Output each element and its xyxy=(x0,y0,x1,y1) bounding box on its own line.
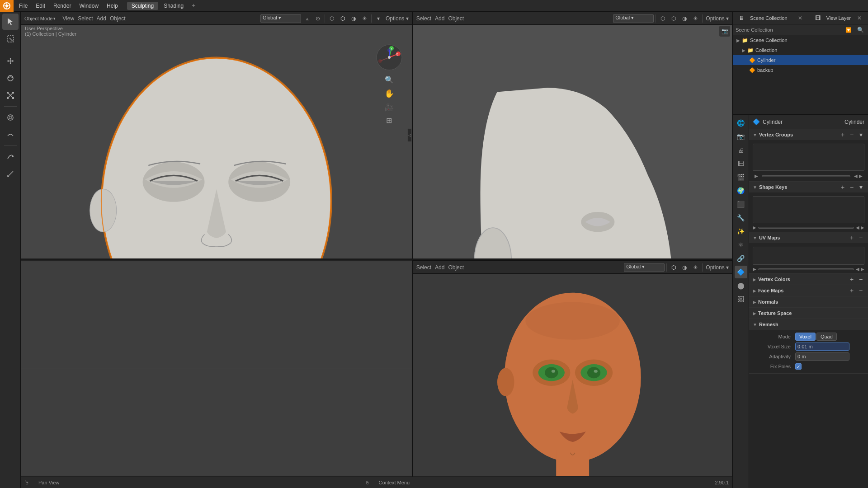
menu-render[interactable]: Render xyxy=(50,2,75,10)
prop-scene-icon[interactable]: 🌐 xyxy=(735,117,747,129)
looksdev-mode[interactable]: ◑ xyxy=(349,14,359,23)
zoom-icon[interactable]: 🔍 xyxy=(383,75,396,84)
snap-icon[interactable]: ⟁ xyxy=(302,14,312,23)
prop-constraints-icon[interactable]: 🔗 xyxy=(735,252,747,265)
vertex-colors-header[interactable]: ▶ Vertex Colors + − xyxy=(749,274,868,285)
prop-texture-icon[interactable]: 🖼 xyxy=(735,293,747,305)
side-options[interactable]: Options ▾ xyxy=(704,14,730,23)
remesh-header[interactable]: ▼ Remesh xyxy=(749,319,868,330)
menu-edit[interactable]: Edit xyxy=(32,2,49,10)
move-tool[interactable] xyxy=(2,53,19,69)
prop-object-icon[interactable]: ⬛ xyxy=(735,198,747,211)
side-render[interactable]: ☀ xyxy=(690,14,700,23)
side-transform-orientation[interactable]: Global ▾ xyxy=(613,14,654,23)
viewport-bottom-right[interactable]: Select Add Object Global ▾ ⬡ ◑ ☀ Options… xyxy=(412,260,732,477)
prop-world-icon[interactable]: 🌍 xyxy=(735,184,747,197)
view-menu[interactable]: View xyxy=(61,14,75,23)
vertex-groups-remove[interactable]: − xyxy=(848,131,855,138)
rotate-tool[interactable] xyxy=(2,70,19,86)
prop-render-icon[interactable]: 📷 xyxy=(735,130,747,143)
vp-side-object[interactable]: Object xyxy=(447,14,465,23)
vp-side-add[interactable]: Add xyxy=(434,14,446,23)
render-mode[interactable]: ☀ xyxy=(359,14,369,23)
cursor-tool[interactable] xyxy=(2,14,19,30)
select-menu[interactable]: Select xyxy=(76,14,94,23)
viewport-camera-toggle[interactable]: 📷 xyxy=(719,26,730,37)
options-menu[interactable]: Options ▾ xyxy=(384,14,410,23)
pan-icon[interactable]: ✋ xyxy=(383,89,396,99)
transform-orientation[interactable]: Global ▾ xyxy=(260,14,301,23)
face-maps-header[interactable]: ▶ Face Maps + − xyxy=(749,285,868,296)
outliner-backup[interactable]: 🔶 backup xyxy=(733,65,868,75)
prop-modifier-icon[interactable]: 🔧 xyxy=(735,211,747,224)
prop-physics-icon[interactable]: ⚛ xyxy=(735,239,747,251)
add-workspace-tab[interactable]: + xyxy=(189,2,198,10)
br-render[interactable]: ☀ xyxy=(690,263,700,272)
vg-scrollbar[interactable] xyxy=(762,175,850,177)
prop-object-data-icon[interactable]: 🔷 xyxy=(735,266,747,278)
shape-keys-header[interactable]: ▼ Shape Keys + − ▾ xyxy=(749,182,868,192)
menu-file[interactable]: File xyxy=(15,2,31,10)
vertex-groups-header[interactable]: ▼ Vertex Groups + − ▾ xyxy=(749,129,868,140)
br-select[interactable]: Select xyxy=(415,263,433,272)
axis-gizmo[interactable]: X Y xyxy=(376,44,403,71)
vertex-groups-add[interactable]: + xyxy=(839,131,846,138)
face-maps-add[interactable]: + xyxy=(848,287,855,294)
prop-particles-icon[interactable]: ✨ xyxy=(735,225,747,238)
br-add[interactable]: Add xyxy=(434,263,446,272)
br-transform-orientation[interactable]: Global ▾ xyxy=(624,263,665,272)
quad-mode-btn[interactable]: Quad xyxy=(816,333,837,341)
viewport-main[interactable]: Object Mode ▾ View Select Add Object Glo… xyxy=(21,12,412,259)
uv-maps-header[interactable]: ▼ UV Maps + − xyxy=(749,232,868,243)
uv-scrollbar[interactable] xyxy=(758,268,854,270)
close-right-panel[interactable]: ✕ xyxy=(795,13,805,23)
proportional-edit-icon[interactable]: ⊙ xyxy=(313,14,323,23)
voxel-size-input[interactable] xyxy=(795,343,849,351)
prop-material-icon[interactable]: ⬤ xyxy=(735,279,747,292)
vertex-colors-remove[interactable]: − xyxy=(857,276,864,283)
shading-options[interactable]: ▾ xyxy=(373,14,383,23)
select-tool[interactable] xyxy=(2,31,19,47)
brush-tool[interactable] xyxy=(2,109,19,126)
smooth-tool[interactable] xyxy=(2,127,19,143)
tab-shading[interactable]: Shading xyxy=(159,2,188,10)
scale-tool[interactable] xyxy=(2,87,19,103)
uv-maps-add[interactable]: + xyxy=(848,234,855,241)
br-options[interactable]: Options ▾ xyxy=(704,263,730,272)
fix-poles-checkbox[interactable] xyxy=(795,363,802,370)
tab-sculpting[interactable]: Sculpting xyxy=(127,2,158,10)
view-layer-settings[interactable]: ✕ xyxy=(854,13,864,23)
sk-scrollbar[interactable] xyxy=(758,227,854,229)
br-solid-mode[interactable]: ⬡ xyxy=(669,263,679,272)
shape-keys-add[interactable]: + xyxy=(839,183,846,191)
grid-icon[interactable]: ⊞ xyxy=(383,116,396,125)
uv-maps-remove[interactable]: − xyxy=(857,234,864,241)
outliner-search[interactable]: 🔍 xyxy=(855,25,865,35)
outliner-scene-collection[interactable]: ▶ 📁 Scene Collection xyxy=(733,35,868,45)
vertex-groups-more[interactable]: ▾ xyxy=(857,131,864,138)
annotate-tool[interactable] xyxy=(2,149,19,165)
voxel-mode-btn[interactable]: Voxel xyxy=(795,333,816,341)
br-object[interactable]: Object xyxy=(447,263,465,272)
vp-side-select[interactable]: Select xyxy=(415,14,433,23)
wireframe-mode[interactable]: ⬡ xyxy=(327,14,337,23)
object-menu[interactable]: Object xyxy=(108,14,127,23)
normals-header[interactable]: ▶ Normals xyxy=(749,296,868,307)
solid-mode[interactable]: ⬡ xyxy=(338,14,348,23)
adaptivity-input[interactable] xyxy=(795,352,849,361)
br-looksdev[interactable]: ◑ xyxy=(679,263,689,272)
measure-tool[interactable] xyxy=(2,166,19,182)
shape-keys-remove[interactable]: − xyxy=(848,183,855,191)
face-maps-remove[interactable]: − xyxy=(857,287,864,294)
outliner-filter[interactable]: 🔽 xyxy=(844,25,854,35)
panel-toggle[interactable]: ◁ xyxy=(407,128,412,142)
side-wireframe[interactable]: ⬡ xyxy=(658,14,668,23)
prop-scene-data-icon[interactable]: 🎬 xyxy=(735,171,747,183)
prop-view-layer-icon[interactable]: 🎞 xyxy=(735,157,747,170)
camera-icon[interactable]: 🎥 xyxy=(383,103,396,112)
vp-mode-selector[interactable]: Object Mode ▾ xyxy=(23,14,57,23)
side-looksdev[interactable]: ◑ xyxy=(679,14,689,23)
add-menu[interactable]: Add xyxy=(95,14,108,23)
menu-window[interactable]: Window xyxy=(75,2,102,10)
view-layer-icon[interactable]: 🎞 xyxy=(813,13,823,23)
